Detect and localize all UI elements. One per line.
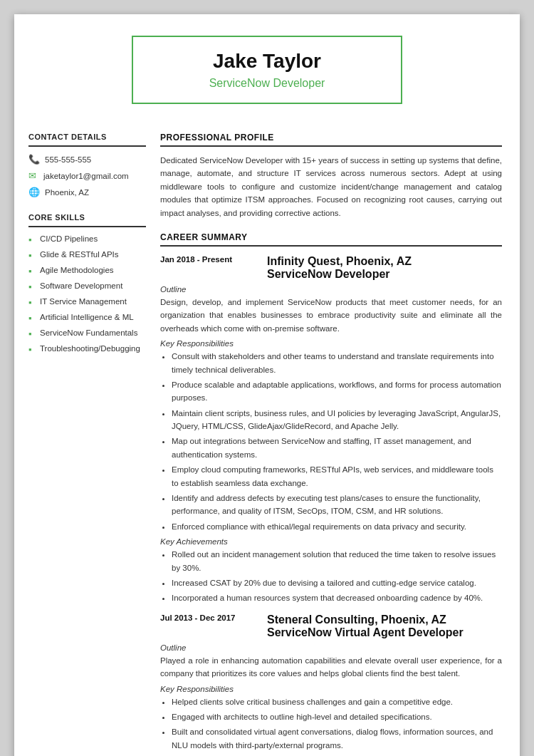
skill-label: Troubleshooting/Debugging bbox=[40, 344, 140, 353]
email-icon: ✉ bbox=[28, 170, 38, 181]
list-item: Consult with stakeholders and other team… bbox=[172, 350, 502, 376]
main-content: PROFESSIONAL PROFILE Dedicated ServiceNo… bbox=[146, 133, 520, 756]
skill-label: IT Service Management bbox=[40, 297, 127, 306]
skill-item: ▪Software Development bbox=[28, 281, 146, 292]
skill-bullet: ▪ bbox=[28, 328, 36, 339]
job-company: Steneral Consulting, Phoenix, AZ bbox=[267, 613, 464, 626]
list-item: Engaged with architects to outline high-… bbox=[172, 710, 502, 723]
list-item: Rolled out an incident management soluti… bbox=[172, 548, 502, 574]
header-section: Jake Taylor ServiceNow Developer bbox=[14, 14, 520, 118]
contact-location: 🌐 Phoenix, AZ bbox=[28, 187, 146, 197]
list-item: Maintain client scripts, business rules,… bbox=[172, 407, 502, 433]
list-item: Identify and address defects by executin… bbox=[172, 492, 502, 518]
outline-text: Design, develop, and implement ServiceNo… bbox=[160, 296, 502, 335]
outline-text: Played a role in enhancing automation ca… bbox=[160, 654, 502, 680]
list-item: Employ cloud computing frameworks, RESTf… bbox=[172, 463, 502, 490]
skills-section: CORE SKILLS ▪CI/CD Pipelines▪Glide & RES… bbox=[28, 213, 146, 355]
profile-divider bbox=[160, 145, 502, 147]
job-info: Infinity Quest, Phoenix, AZ ServiceNow D… bbox=[267, 255, 412, 281]
skill-item: ▪ServiceNow Fundamentals bbox=[28, 328, 146, 339]
responsibilities-list: Consult with stakeholders and other team… bbox=[160, 350, 502, 533]
job-role: ServiceNow Virtual Agent Developer bbox=[267, 626, 464, 639]
skill-label: Glide & RESTful APIs bbox=[40, 250, 119, 259]
skills-title: CORE SKILLS bbox=[28, 213, 146, 222]
profile-text: Dedicated ServiceNow Developer with 15+ … bbox=[160, 154, 502, 219]
header-box: Jake Taylor ServiceNow Developer bbox=[132, 36, 402, 104]
job-role: ServiceNow Developer bbox=[267, 268, 412, 281]
skill-item: ▪Artificial Intelligence & ML bbox=[28, 313, 146, 323]
responsibilities-label: Key Responsibilities bbox=[160, 685, 502, 693]
skill-bullet: ▪ bbox=[28, 313, 36, 323]
candidate-title: ServiceNow Developer bbox=[176, 77, 358, 90]
location-icon: 🌐 bbox=[28, 187, 40, 197]
candidate-name: Jake Taylor bbox=[176, 50, 358, 73]
skill-label: CI/CD Pipelines bbox=[40, 234, 98, 243]
list-item: Map out integrations between ServiceNow … bbox=[172, 435, 502, 461]
career-section-title: CAREER SUMMARY bbox=[160, 232, 502, 242]
achievements-list: Rolled out an incident management soluti… bbox=[160, 548, 502, 605]
skill-bullet: ▪ bbox=[28, 250, 36, 261]
job-header: Jan 2018 - Present Infinity Quest, Phoen… bbox=[160, 255, 502, 281]
job-entry: Jan 2018 - Present Infinity Quest, Phoen… bbox=[160, 255, 502, 605]
skill-item: ▪Glide & RESTful APIs bbox=[28, 250, 146, 261]
skill-label: ServiceNow Fundamentals bbox=[40, 328, 137, 337]
responsibilities-label: Key Responsibilities bbox=[160, 339, 502, 348]
email-address: jaketaylor1@gmail.com bbox=[43, 172, 129, 180]
list-item: Incorporated a human resources system th… bbox=[172, 591, 502, 604]
skill-bullet: ▪ bbox=[28, 234, 36, 245]
list-item: Produce scalable and adaptable applicati… bbox=[172, 378, 502, 405]
list-item: Built and consolidated virtual agent con… bbox=[172, 725, 502, 752]
job-dates: Jul 2013 - Dec 2017 bbox=[160, 613, 253, 639]
phone-icon: 📞 bbox=[28, 154, 40, 165]
contact-phone: 📞 555-555-555 bbox=[28, 154, 146, 165]
skill-item: ▪Agile Methodologies bbox=[28, 266, 146, 276]
skill-bullet: ▪ bbox=[28, 281, 36, 292]
skill-bullet: ▪ bbox=[28, 344, 36, 355]
job-entry: Jul 2013 - Dec 2017 Steneral Consulting,… bbox=[160, 613, 502, 752]
achievements-label: Key Achievements bbox=[160, 537, 502, 546]
list-item: Helped clients solve critical business c… bbox=[172, 695, 502, 708]
job-info: Steneral Consulting, Phoenix, AZ Service… bbox=[267, 613, 464, 639]
outline-label: Outline bbox=[160, 285, 502, 294]
body-section: CONTACT DETAILS 📞 555-555-555 ✉ jaketayl… bbox=[14, 118, 520, 756]
list-item: Enforced compliance with ethical/legal r… bbox=[172, 520, 502, 533]
outline-label: Outline bbox=[160, 643, 502, 652]
responsibilities-list: Helped clients solve critical business c… bbox=[160, 695, 502, 752]
sidebar: CONTACT DETAILS 📞 555-555-555 ✉ jaketayl… bbox=[14, 133, 146, 756]
job-dates: Jan 2018 - Present bbox=[160, 255, 253, 281]
skills-divider bbox=[28, 226, 146, 227]
profile-section-title: PROFESSIONAL PROFILE bbox=[160, 133, 502, 143]
skill-item: ▪CI/CD Pipelines bbox=[28, 234, 146, 245]
skill-bullet: ▪ bbox=[28, 297, 36, 308]
contact-email: ✉ jaketaylor1@gmail.com bbox=[28, 170, 146, 181]
skill-label: Software Development bbox=[40, 281, 122, 290]
skill-item: ▪Troubleshooting/Debugging bbox=[28, 344, 146, 355]
location-text: Phoenix, AZ bbox=[45, 188, 89, 197]
skills-list: ▪CI/CD Pipelines▪Glide & RESTful APIs▪Ag… bbox=[28, 234, 146, 355]
skill-bullet: ▪ bbox=[28, 266, 36, 276]
contact-title: CONTACT DETAILS bbox=[28, 133, 146, 141]
career-divider bbox=[160, 245, 502, 247]
jobs-container: Jan 2018 - Present Infinity Quest, Phoen… bbox=[160, 255, 502, 752]
resume-page: Jake Taylor ServiceNow Developer CONTACT… bbox=[14, 14, 520, 756]
skill-label: Artificial Intelligence & ML bbox=[40, 313, 134, 321]
skill-item: ▪IT Service Management bbox=[28, 297, 146, 308]
job-header: Jul 2013 - Dec 2017 Steneral Consulting,… bbox=[160, 613, 502, 639]
contact-divider bbox=[28, 145, 146, 147]
phone-number: 555-555-555 bbox=[45, 155, 91, 164]
skill-label: Agile Methodologies bbox=[40, 266, 114, 274]
list-item: Increased CSAT by 20% due to devising a … bbox=[172, 576, 502, 589]
job-company: Infinity Quest, Phoenix, AZ bbox=[267, 255, 412, 268]
